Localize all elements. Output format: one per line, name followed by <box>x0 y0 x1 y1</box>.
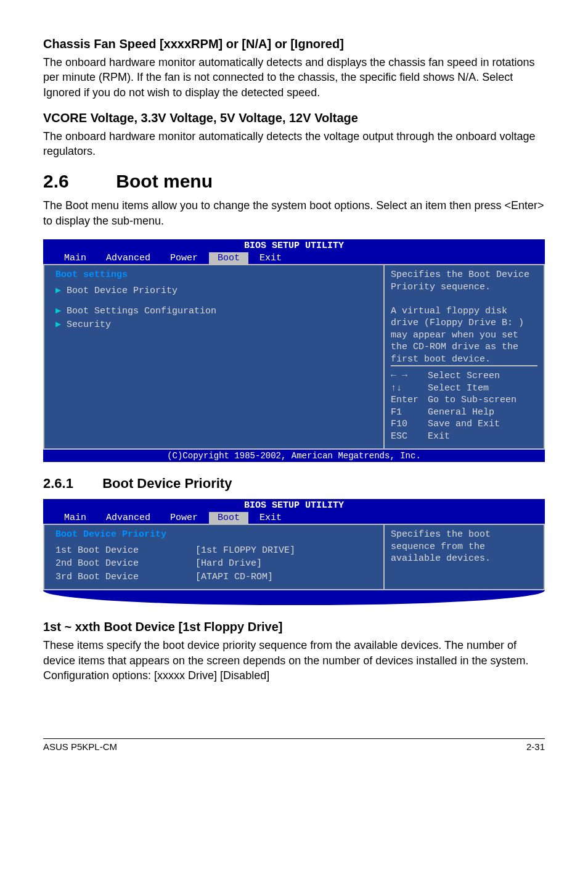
arrow-right-icon: ▶ <box>55 319 67 331</box>
bios-tab-advanced[interactable]: Advanced <box>97 512 159 524</box>
bios-row-boot-settings-config[interactable]: ▶Boot Settings Configuration <box>55 305 372 318</box>
section-title: Boot menu <box>116 171 213 191</box>
heading-boot-menu: 2.6 Boot menu <box>43 171 545 192</box>
arrow-right-icon: ▶ <box>55 285 67 297</box>
bios-tab-main[interactable]: Main <box>55 512 95 524</box>
heading-boot-device-priority: 2.6.1 Boot Device Priority <box>43 476 545 492</box>
bios-row-3rd-boot[interactable]: 3rd Boot Device [ATAPI CD-ROM] <box>55 571 372 584</box>
footer-product: ASUS P5KPL-CM <box>43 741 117 752</box>
bios-copyright: (C)Copyright 1985-2002, American Megatre… <box>43 450 545 462</box>
bios-help-text: Specifies the boot sequence from the ava… <box>391 529 537 565</box>
bios-titlebar: BIOS SETUP UTILITY <box>43 239 545 252</box>
bios-screenshot-boot-device-priority: BIOS SETUP UTILITY Main Advanced Power B… <box>43 499 545 605</box>
para-vcore: The onboard hardware monitor automatical… <box>43 129 545 159</box>
bios-tab-boot[interactable]: Boot <box>209 252 248 265</box>
bios-main-pane: Boot settings ▶Boot Device Priority ▶Boo… <box>44 265 383 448</box>
para-boot-menu: The Boot menu items allow you to change … <box>43 198 545 228</box>
heading-1st-xxth: 1st ~ xxth Boot Device [1st Floppy Drive… <box>43 620 545 634</box>
bios-row-security[interactable]: ▶Security <box>55 319 372 331</box>
bios-key-help: ← →Select Screen ↑↓Select Item EnterGo t… <box>391 365 537 442</box>
bios-tab-boot[interactable]: Boot <box>209 512 248 524</box>
bios-screenshot-boot-settings: BIOS SETUP UTILITY Main Advanced Power B… <box>43 239 545 462</box>
bios-bottom-curve <box>43 590 545 605</box>
footer-page-number: 2-31 <box>526 741 545 752</box>
bios-pane-title: Boot settings <box>55 269 372 281</box>
bios-help-pane: Specifies the boot sequence from the ava… <box>383 525 544 589</box>
bios-tab-main[interactable]: Main <box>55 252 95 265</box>
bios-tabs: Main Advanced Power Boot Exit <box>43 512 545 524</box>
bios-row-2nd-boot[interactable]: 2nd Boot Device [Hard Drive] <box>55 558 372 570</box>
subsection-title: Boot Device Priority <box>102 476 232 491</box>
bios-tabs: Main Advanced Power Boot Exit <box>43 252 545 265</box>
bios-pane-title: Boot Device Priority <box>55 529 372 541</box>
bios-tab-exit[interactable]: Exit <box>251 252 290 265</box>
bios-help-text: Specifies the Boot Device Priority seque… <box>391 269 537 365</box>
section-number: 2.6 <box>43 171 111 192</box>
para-1st-xxth: These items specify the boot device prio… <box>43 638 545 683</box>
bios-tab-exit[interactable]: Exit <box>251 512 290 524</box>
bios-tab-power[interactable]: Power <box>161 252 206 265</box>
bios-tab-power[interactable]: Power <box>161 512 206 524</box>
bios-titlebar: BIOS SETUP UTILITY <box>43 499 545 512</box>
bios-tab-advanced[interactable]: Advanced <box>97 252 159 265</box>
bios-row-boot-device-priority[interactable]: ▶Boot Device Priority <box>55 285 372 297</box>
bios-row-1st-boot[interactable]: 1st Boot Device [1st FLOPPY DRIVE] <box>55 545 372 557</box>
heading-vcore: VCORE Voltage, 3.3V Voltage, 5V Voltage,… <box>43 111 545 125</box>
arrow-right-icon: ▶ <box>55 305 67 318</box>
para-chassis-fan: The onboard hardware monitor automatical… <box>43 55 545 100</box>
bios-help-pane: Specifies the Boot Device Priority seque… <box>383 265 544 448</box>
heading-chassis-fan: Chassis Fan Speed [xxxxRPM] or [N/A] or … <box>43 37 545 51</box>
bios-main-pane: Boot Device Priority 1st Boot Device [1s… <box>44 525 383 589</box>
page-footer: ASUS P5KPL-CM 2-31 <box>43 738 545 752</box>
subsection-number: 2.6.1 <box>43 476 99 492</box>
